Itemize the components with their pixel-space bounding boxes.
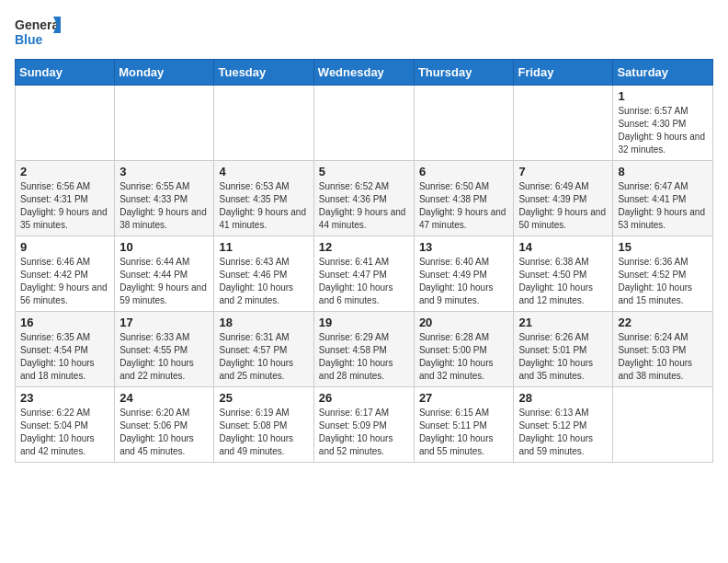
day-cell: 14Sunrise: 6:38 AM Sunset: 4:50 PM Dayli… bbox=[514, 236, 613, 312]
day-number: 22 bbox=[618, 316, 708, 329]
day-cell: 1Sunrise: 6:57 AM Sunset: 4:30 PM Daylig… bbox=[613, 86, 713, 161]
day-cell: 2Sunrise: 6:56 AM Sunset: 4:31 PM Daylig… bbox=[16, 161, 115, 236]
day-number: 9 bbox=[20, 240, 109, 254]
day-number: 27 bbox=[419, 391, 509, 405]
day-info: Sunrise: 6:35 AM Sunset: 4:54 PM Dayligh… bbox=[20, 331, 109, 383]
weekday-friday: Friday bbox=[514, 60, 613, 86]
day-number: 10 bbox=[119, 240, 209, 254]
day-info: Sunrise: 6:40 AM Sunset: 4:49 PM Dayligh… bbox=[419, 256, 509, 307]
day-cell bbox=[214, 86, 313, 161]
day-number: 8 bbox=[618, 165, 708, 178]
day-cell: 7Sunrise: 6:49 AM Sunset: 4:39 PM Daylig… bbox=[514, 161, 613, 236]
day-info: Sunrise: 6:52 AM Sunset: 4:36 PM Dayligh… bbox=[319, 180, 409, 232]
day-number: 2 bbox=[20, 165, 109, 178]
day-cell: 17Sunrise: 6:33 AM Sunset: 4:55 PM Dayli… bbox=[115, 312, 214, 387]
week-row-2: 2Sunrise: 6:56 AM Sunset: 4:31 PM Daylig… bbox=[16, 161, 713, 236]
day-cell: 15Sunrise: 6:36 AM Sunset: 4:52 PM Dayli… bbox=[613, 236, 713, 312]
day-cell: 4Sunrise: 6:53 AM Sunset: 4:35 PM Daylig… bbox=[214, 161, 313, 236]
day-number: 1 bbox=[618, 89, 708, 103]
week-row-5: 23Sunrise: 6:22 AM Sunset: 5:04 PM Dayli… bbox=[16, 387, 713, 463]
day-info: Sunrise: 6:53 AM Sunset: 4:35 PM Dayligh… bbox=[219, 180, 308, 232]
day-number: 6 bbox=[419, 165, 509, 178]
day-number: 23 bbox=[20, 391, 109, 405]
day-cell bbox=[613, 387, 713, 463]
day-number: 17 bbox=[119, 316, 209, 329]
day-cell: 11Sunrise: 6:43 AM Sunset: 4:46 PM Dayli… bbox=[214, 236, 313, 312]
day-cell: 25Sunrise: 6:19 AM Sunset: 5:08 PM Dayli… bbox=[214, 387, 313, 463]
day-info: Sunrise: 6:22 AM Sunset: 5:04 PM Dayligh… bbox=[20, 407, 109, 458]
day-info: Sunrise: 6:24 AM Sunset: 5:03 PM Dayligh… bbox=[618, 331, 708, 383]
day-cell: 20Sunrise: 6:28 AM Sunset: 5:00 PM Dayli… bbox=[414, 312, 514, 387]
logo: GeneralBlue bbox=[15, 15, 61, 50]
day-number: 26 bbox=[319, 391, 409, 405]
day-cell: 23Sunrise: 6:22 AM Sunset: 5:04 PM Dayli… bbox=[16, 387, 115, 463]
day-info: Sunrise: 6:36 AM Sunset: 4:52 PM Dayligh… bbox=[618, 256, 708, 307]
day-cell: 18Sunrise: 6:31 AM Sunset: 4:57 PM Dayli… bbox=[214, 312, 313, 387]
day-cell: 6Sunrise: 6:50 AM Sunset: 4:38 PM Daylig… bbox=[414, 161, 514, 236]
week-row-4: 16Sunrise: 6:35 AM Sunset: 4:54 PM Dayli… bbox=[16, 312, 713, 387]
day-cell: 13Sunrise: 6:40 AM Sunset: 4:49 PM Dayli… bbox=[414, 236, 514, 312]
day-cell bbox=[414, 86, 514, 161]
day-cell bbox=[16, 86, 115, 161]
day-number: 14 bbox=[518, 240, 608, 254]
day-number: 3 bbox=[119, 165, 209, 178]
weekday-tuesday: Tuesday bbox=[214, 60, 313, 86]
day-cell: 3Sunrise: 6:55 AM Sunset: 4:33 PM Daylig… bbox=[115, 161, 214, 236]
week-row-1: 1Sunrise: 6:57 AM Sunset: 4:30 PM Daylig… bbox=[16, 86, 713, 161]
day-info: Sunrise: 6:55 AM Sunset: 4:33 PM Dayligh… bbox=[119, 180, 209, 232]
weekday-wednesday: Wednesday bbox=[313, 60, 414, 86]
day-cell bbox=[514, 86, 613, 161]
day-number: 21 bbox=[518, 316, 608, 329]
day-number: 5 bbox=[319, 165, 409, 178]
day-cell: 16Sunrise: 6:35 AM Sunset: 4:54 PM Dayli… bbox=[16, 312, 115, 387]
day-info: Sunrise: 6:28 AM Sunset: 5:00 PM Dayligh… bbox=[419, 331, 509, 383]
day-number: 18 bbox=[219, 316, 308, 329]
day-info: Sunrise: 6:50 AM Sunset: 4:38 PM Dayligh… bbox=[419, 180, 509, 232]
weekday-sunday: Sunday bbox=[16, 60, 115, 86]
day-info: Sunrise: 6:43 AM Sunset: 4:46 PM Dayligh… bbox=[219, 256, 308, 307]
day-number: 7 bbox=[518, 165, 608, 178]
day-cell: 12Sunrise: 6:41 AM Sunset: 4:47 PM Dayli… bbox=[313, 236, 414, 312]
svg-text:Blue: Blue bbox=[15, 32, 43, 47]
day-number: 25 bbox=[219, 391, 308, 405]
day-info: Sunrise: 6:15 AM Sunset: 5:11 PM Dayligh… bbox=[419, 407, 509, 458]
day-number: 24 bbox=[119, 391, 209, 405]
logo-svg: GeneralBlue bbox=[15, 15, 61, 50]
weekday-saturday: Saturday bbox=[613, 60, 713, 86]
day-info: Sunrise: 6:44 AM Sunset: 4:44 PM Dayligh… bbox=[119, 256, 209, 307]
weekday-monday: Monday bbox=[115, 60, 214, 86]
day-info: Sunrise: 6:56 AM Sunset: 4:31 PM Dayligh… bbox=[20, 180, 109, 232]
header: GeneralBlue bbox=[15, 15, 713, 50]
day-info: Sunrise: 6:20 AM Sunset: 5:06 PM Dayligh… bbox=[119, 407, 209, 458]
day-info: Sunrise: 6:19 AM Sunset: 5:08 PM Dayligh… bbox=[219, 407, 308, 458]
day-cell: 8Sunrise: 6:47 AM Sunset: 4:41 PM Daylig… bbox=[613, 161, 713, 236]
day-info: Sunrise: 6:26 AM Sunset: 5:01 PM Dayligh… bbox=[518, 331, 608, 383]
day-cell: 24Sunrise: 6:20 AM Sunset: 5:06 PM Dayli… bbox=[115, 387, 214, 463]
weekday-header-row: SundayMondayTuesdayWednesdayThursdayFrid… bbox=[16, 60, 713, 86]
day-cell: 5Sunrise: 6:52 AM Sunset: 4:36 PM Daylig… bbox=[313, 161, 414, 236]
day-cell: 26Sunrise: 6:17 AM Sunset: 5:09 PM Dayli… bbox=[313, 387, 414, 463]
day-cell: 22Sunrise: 6:24 AM Sunset: 5:03 PM Dayli… bbox=[613, 312, 713, 387]
svg-text:General: General bbox=[15, 17, 61, 32]
day-cell: 9Sunrise: 6:46 AM Sunset: 4:42 PM Daylig… bbox=[16, 236, 115, 312]
day-number: 12 bbox=[319, 240, 409, 254]
week-row-3: 9Sunrise: 6:46 AM Sunset: 4:42 PM Daylig… bbox=[16, 236, 713, 312]
day-cell: 21Sunrise: 6:26 AM Sunset: 5:01 PM Dayli… bbox=[514, 312, 613, 387]
day-number: 19 bbox=[319, 316, 409, 329]
day-cell bbox=[115, 86, 214, 161]
day-info: Sunrise: 6:57 AM Sunset: 4:30 PM Dayligh… bbox=[618, 105, 708, 156]
day-cell: 19Sunrise: 6:29 AM Sunset: 4:58 PM Dayli… bbox=[313, 312, 414, 387]
day-cell: 10Sunrise: 6:44 AM Sunset: 4:44 PM Dayli… bbox=[115, 236, 214, 312]
day-number: 4 bbox=[219, 165, 308, 178]
day-info: Sunrise: 6:47 AM Sunset: 4:41 PM Dayligh… bbox=[618, 180, 708, 232]
day-info: Sunrise: 6:33 AM Sunset: 4:55 PM Dayligh… bbox=[119, 331, 209, 383]
day-number: 13 bbox=[419, 240, 509, 254]
day-cell: 28Sunrise: 6:13 AM Sunset: 5:12 PM Dayli… bbox=[514, 387, 613, 463]
day-info: Sunrise: 6:31 AM Sunset: 4:57 PM Dayligh… bbox=[219, 331, 308, 383]
day-cell: 27Sunrise: 6:15 AM Sunset: 5:11 PM Dayli… bbox=[414, 387, 514, 463]
day-number: 20 bbox=[419, 316, 509, 329]
day-number: 11 bbox=[219, 240, 308, 254]
calendar-table: SundayMondayTuesdayWednesdayThursdayFrid… bbox=[15, 59, 713, 463]
day-info: Sunrise: 6:17 AM Sunset: 5:09 PM Dayligh… bbox=[319, 407, 409, 458]
day-info: Sunrise: 6:13 AM Sunset: 5:12 PM Dayligh… bbox=[518, 407, 608, 458]
